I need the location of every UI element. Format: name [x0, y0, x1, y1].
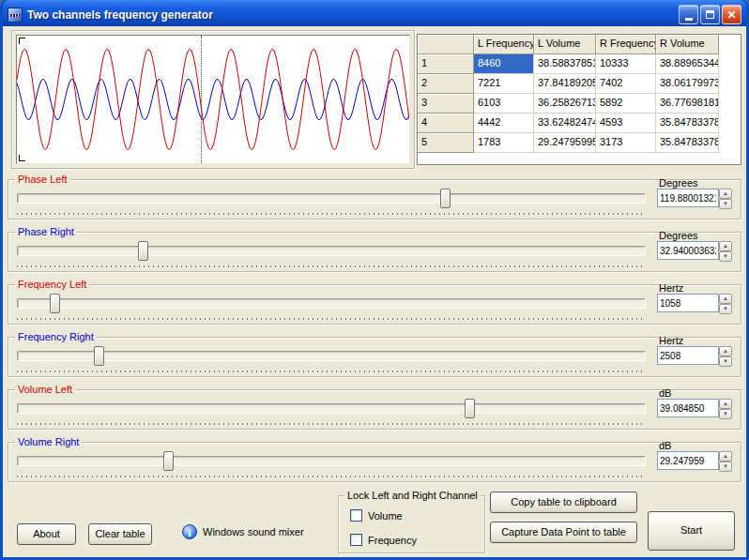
slider-ticks: [17, 265, 646, 267]
unit-label: Degrees: [659, 230, 698, 241]
table-cell[interactable]: 5892: [596, 94, 656, 114]
table-header-cell: [418, 35, 474, 54]
phase-left-slider-thumb[interactable]: [440, 189, 451, 208]
volume-right-slider-thumb[interactable]: [163, 451, 174, 471]
start-button[interactable]: Start: [648, 511, 735, 551]
slider-channel: [17, 298, 646, 309]
window-title: Two channels frequency generator: [27, 8, 213, 22]
frequency-left-value-input[interactable]: [657, 294, 719, 312]
frequency-right-slider-thumb[interactable]: [94, 346, 104, 366]
row-number-cell: 3: [418, 94, 474, 114]
slider-label: Volume Left: [15, 384, 75, 395]
table-cell[interactable]: 36.77698181: [656, 94, 719, 114]
table-cell[interactable]: 37.84189205: [534, 74, 596, 94]
slider-channel: [17, 456, 646, 466]
app-window: Two channels frequency generator ✕ L Fre…: [0, 0, 749, 560]
volume-lock-checkbox[interactable]: [350, 509, 362, 522]
slider-track[interactable]: [17, 293, 646, 315]
spinner-buttons: ▲ ▼: [719, 294, 732, 312]
spin-up-button[interactable]: ▲: [719, 294, 732, 304]
value-spinbox: ▲ ▼: [657, 294, 732, 312]
frequency-left-slider-thumb[interactable]: [50, 294, 60, 313]
spin-up-button[interactable]: ▲: [719, 451, 732, 462]
slider-ticks: [17, 476, 646, 477]
slider-track[interactable]: [17, 188, 646, 210]
maximize-button[interactable]: [700, 5, 720, 24]
unit-label: dB: [659, 440, 671, 451]
table-cell[interactable]: 7221: [474, 74, 534, 94]
table-header-cell: R Volume: [656, 35, 719, 54]
data-table-grid: L FrequencyL VolumeR FrequencyR Volume18…: [418, 35, 741, 153]
about-button[interactable]: About: [17, 523, 76, 545]
table-header-cell: L Volume: [534, 35, 596, 54]
slider-label: Frequency Right: [15, 331, 97, 342]
unit-label: Degrees: [659, 177, 698, 189]
phase-right-slider-thumb[interactable]: [138, 241, 148, 261]
phase-left-value-input[interactable]: [657, 189, 719, 207]
windows-sound-mixer-link[interactable]: i Windows sound mixer: [182, 524, 304, 539]
table-cell[interactable]: 6103: [474, 94, 534, 114]
table-cell[interactable]: 38.88965344: [656, 54, 719, 74]
slider-track[interactable]: [17, 345, 646, 368]
volume-left-value-input[interactable]: [657, 399, 719, 417]
volume-left-slider-thumb[interactable]: [465, 399, 475, 418]
table-cell[interactable]: 35.84783378: [656, 114, 719, 133]
capture-datapoint-button[interactable]: Capture Data Point to table: [490, 522, 637, 543]
spin-down-button[interactable]: ▼: [719, 462, 732, 472]
clear-table-button[interactable]: Clear table: [88, 523, 152, 545]
waveform-cursor[interactable]: [201, 36, 202, 163]
row-number-cell: 1: [418, 54, 474, 74]
slider-track[interactable]: [17, 240, 646, 263]
slider-track[interactable]: [17, 450, 646, 473]
table-cell[interactable]: 3173: [596, 133, 656, 153]
table-cell[interactable]: 10333: [596, 54, 656, 74]
table-cell[interactable]: 8460: [474, 54, 534, 74]
phase-right-value-input[interactable]: [657, 241, 719, 260]
spin-down-button[interactable]: ▼: [719, 199, 732, 209]
table-cell[interactable]: 35.84783378: [656, 133, 719, 153]
slider-group-phase-left: Phase Left Degrees ▲ ▼: [8, 173, 741, 219]
volume-right-value-input[interactable]: [657, 451, 719, 470]
waveform-display[interactable]: [16, 35, 410, 164]
app-icon: [8, 8, 23, 23]
frequency-lock-label: Frequency: [368, 535, 417, 546]
table-cell[interactable]: 1783: [474, 133, 534, 153]
titlebar-buttons: ✕: [679, 5, 741, 24]
slider-label: Volume Right: [15, 436, 82, 447]
frequency-lock-checkbox[interactable]: [350, 534, 362, 546]
lock-group-title: Lock Left and Right Channel: [344, 490, 481, 501]
maximize-icon: [706, 10, 714, 19]
table-cell[interactable]: 38.58837851: [534, 54, 596, 74]
spin-up-button[interactable]: ▲: [719, 189, 732, 199]
spin-down-button[interactable]: ▼: [719, 304, 732, 314]
table-cell[interactable]: 4442: [474, 114, 534, 133]
slider-ticks: [17, 371, 646, 372]
spinner-buttons: ▲ ▼: [719, 346, 732, 365]
value-spinbox: ▲ ▼: [657, 241, 732, 260]
spin-down-button[interactable]: ▼: [719, 409, 732, 419]
slider-group-frequency-right: Frequency Right Hertz ▲ ▼: [8, 330, 741, 377]
minimize-button[interactable]: [679, 5, 698, 24]
copy-table-button[interactable]: Copy table to clipboard: [490, 492, 637, 513]
spin-up-button[interactable]: ▲: [719, 399, 732, 409]
spin-up-button[interactable]: ▲: [719, 241, 732, 251]
slider-track[interactable]: [17, 398, 646, 420]
value-spinbox: ▲ ▼: [657, 346, 732, 365]
close-button[interactable]: ✕: [722, 5, 741, 24]
slider-ticks: [17, 423, 646, 425]
table-cell[interactable]: 29.24795995: [534, 133, 596, 153]
table-cell[interactable]: 4593: [596, 114, 656, 133]
table-cell[interactable]: 33.62482474: [534, 114, 596, 133]
table-cell[interactable]: 7402: [596, 74, 656, 94]
spin-up-button[interactable]: ▲: [719, 346, 732, 356]
table-cell[interactable]: 38.06179973: [656, 74, 719, 94]
close-icon: ✕: [726, 9, 736, 21]
table-cell[interactable]: 36.25826713: [534, 94, 596, 114]
spin-down-button[interactable]: ▼: [719, 356, 732, 367]
left-channel-wave: [17, 49, 409, 149]
frequency-right-value-input[interactable]: [657, 346, 719, 365]
value-spinbox: ▲ ▼: [657, 451, 732, 470]
spin-down-button[interactable]: ▼: [719, 251, 732, 262]
slider-group-frequency-left: Frequency Left Hertz ▲ ▼: [8, 278, 741, 325]
title-bar[interactable]: Two channels frequency generator ✕: [3, 0, 746, 26]
